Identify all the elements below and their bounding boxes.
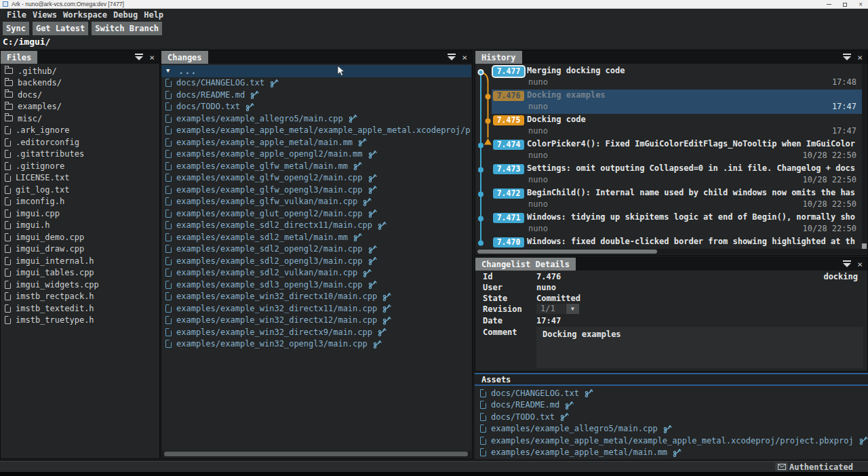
change-row[interactable]: examples/example_allegro5/main.cpp: [161, 113, 471, 125]
change-row[interactable]: examples/example_sdl2_metal/main.mm: [161, 231, 471, 243]
change-path: docs/README.md: [176, 90, 245, 100]
asset-row[interactable]: docs/README.md: [476, 399, 868, 412]
filter-icon[interactable]: [843, 260, 851, 268]
history-row[interactable]: 7.470 Windows: fixed double-clicked bord…: [475, 236, 862, 249]
file-row[interactable]: misc/: [1, 113, 159, 125]
changes-panel-tab[interactable]: Changes: [161, 51, 208, 64]
menu-item[interactable]: Workspace: [63, 10, 107, 20]
messages-button[interactable]: [775, 462, 788, 471]
asset-row[interactable]: examples/example_apple_opengl2/main.mm: [476, 458, 868, 459]
file-row[interactable]: LICENSE.txt: [1, 172, 159, 184]
change-row[interactable]: examples/example_glut_opengl2/main.cpp: [161, 207, 471, 220]
file-row[interactable]: imgui.cpp: [1, 207, 159, 220]
maximize-icon[interactable]: [843, 3, 847, 7]
asset-row[interactable]: examples/example_allegro5/main.cpp: [476, 423, 868, 435]
comment-field[interactable]: Docking examples: [536, 327, 863, 368]
change-row[interactable]: examples/example_sdl2_opengl3/main.cpp: [161, 255, 471, 267]
file-row[interactable]: .gitattributes: [1, 148, 159, 161]
file-row[interactable]: .ark_ignore: [1, 125, 159, 137]
scrollbar-corner[interactable]: [862, 243, 867, 249]
history-vertical-scrollbar[interactable]: [862, 64, 867, 249]
scrollbar-thumb[interactable]: [477, 250, 657, 254]
change-row[interactable]: examples/example_sdl2_directx11/main.cpp: [161, 220, 471, 232]
file-row[interactable]: examples/: [1, 101, 159, 113]
toolbar-button[interactable]: Sync: [3, 22, 29, 35]
file-row[interactable]: .gitignore: [1, 160, 159, 172]
file-row[interactable]: imstb_truetype.h: [1, 315, 159, 327]
change-row[interactable]: examples/example_win32_directx12/main.cp…: [161, 315, 471, 327]
file-icon: [5, 138, 11, 146]
history-row[interactable]: 7.477 Merging docking code nuno 17:48: [475, 65, 862, 90]
change-row[interactable]: examples/example_apple_opengl2/main.mm: [161, 148, 471, 161]
filter-icon[interactable]: [448, 54, 456, 61]
close-window-icon[interactable]: ×: [859, 0, 863, 9]
change-row[interactable]: examples/example_glfw_opengl2/main.cpp: [161, 172, 471, 184]
change-row[interactable]: examples/example_apple_metal/example_app…: [161, 125, 471, 137]
asset-row[interactable]: examples/example_apple_metal/example_app…: [476, 435, 868, 447]
close-icon[interactable]: ×: [857, 53, 863, 62]
menu-item[interactable]: Debug: [113, 10, 138, 20]
history-row[interactable]: 7.474 ColorPicker4(): Fixed ImGuiColorEd…: [475, 138, 862, 163]
change-row[interactable]: examples/example_glfw_vulkan/main.cpp: [161, 196, 471, 208]
toolbar-button[interactable]: Get Latest: [33, 22, 88, 35]
file-row[interactable]: imgui_tables.cpp: [1, 267, 159, 279]
file-row[interactable]: git_log.txt: [1, 184, 159, 196]
history-row[interactable]: 7.471 Windows: tidying up skipitems logi…: [475, 212, 862, 236]
change-row[interactable]: docs/README.md: [161, 89, 471, 101]
file-row[interactable]: imgui.h: [1, 220, 159, 232]
minimize-icon[interactable]: [827, 4, 831, 5]
changes-horizontal-scrollbar[interactable]: [162, 451, 471, 458]
files-panel-tab[interactable]: Files: [1, 51, 37, 64]
asset-row[interactable]: docs/TODO.txt: [476, 411, 868, 423]
chevron-down-icon[interactable]: ▼: [166, 68, 170, 74]
menu-item[interactable]: Views: [33, 10, 57, 20]
details-panel-tab[interactable]: Changelist Details: [475, 258, 576, 271]
asset-row[interactable]: examples/example_apple_metal/main.mm: [476, 447, 868, 459]
change-row[interactable]: examples/example_win32_directx10/main.cp…: [161, 291, 471, 303]
history-row[interactable]: 7.473 Settings: omit outputing Collapsed…: [475, 163, 862, 187]
history-row[interactable]: 7.475 Docking code nuno 17:47: [475, 114, 862, 138]
menu-item[interactable]: File: [7, 10, 26, 20]
change-row[interactable]: examples/example_win32_directx11/main.cp…: [161, 302, 471, 315]
revision-dropdown[interactable]: ▼: [566, 304, 579, 314]
history-horizontal-scrollbar[interactable]: [476, 249, 867, 254]
filter-icon[interactable]: [135, 54, 143, 61]
file-row[interactable]: imgui_internal.h: [1, 255, 159, 267]
history-panel-tab[interactable]: History: [475, 51, 522, 64]
close-icon[interactable]: ×: [149, 53, 155, 62]
file-icon: [5, 210, 11, 218]
change-row[interactable]: docs/TODO.txt: [161, 101, 471, 113]
change-row[interactable]: docs/CHANGELOG.txt: [161, 77, 471, 90]
change-row[interactable]: examples/example_glfw_opengl3/main.cpp: [161, 184, 471, 196]
close-icon[interactable]: ×: [857, 260, 863, 269]
file-name: backends/: [18, 78, 62, 87]
menu-item[interactable]: Help: [144, 10, 163, 20]
file-name: imgui.h: [16, 220, 50, 230]
change-row[interactable]: examples/example_sdl2_vulkan/main.cpp: [161, 267, 471, 279]
file-row[interactable]: .github/: [1, 65, 159, 77]
file-row[interactable]: imgui_widgets.cpp: [1, 279, 159, 291]
file-row[interactable]: imstb_rectpack.h: [1, 291, 159, 303]
file-row[interactable]: imgui_demo.cpp: [1, 231, 159, 243]
change-row[interactable]: examples/example_apple_metal/main.mm: [161, 136, 471, 148]
file-row[interactable]: imgui_draw.cpp: [1, 243, 159, 256]
file-icon: [5, 162, 11, 170]
asset-row[interactable]: docs/CHANGELOG.txt: [476, 387, 868, 399]
change-row[interactable]: examples/example_sdl3_opengl3/main.cpp: [161, 279, 471, 291]
changes-root-row[interactable]: ▼ ...: [161, 65, 471, 77]
change-row[interactable]: examples/example_glfw_metal/main.mm: [161, 160, 471, 172]
file-row[interactable]: docs/: [1, 89, 159, 101]
toolbar-button[interactable]: Switch Branch: [92, 22, 162, 35]
change-row[interactable]: examples/example_sdl2_opengl2/main.cpp: [161, 243, 471, 256]
file-row[interactable]: imstb_textedit.h: [1, 302, 159, 315]
file-row[interactable]: .editorconfig: [1, 136, 159, 148]
close-icon[interactable]: ×: [462, 53, 467, 62]
filter-icon[interactable]: [843, 54, 851, 61]
file-row[interactable]: imconfig.h: [1, 196, 159, 208]
file-row[interactable]: backends/: [1, 77, 159, 90]
change-row[interactable]: examples/example_win32_opengl3/main.cpp: [161, 338, 471, 351]
scrollbar-thumb[interactable]: [164, 452, 468, 456]
history-row[interactable]: 7.472 BeginChild(): Internal name used b…: [475, 187, 862, 212]
change-row[interactable]: examples/example_win32_directx9/main.cpp: [161, 326, 471, 338]
history-row[interactable]: 7.476 Docking examples nuno 17:47: [475, 90, 862, 114]
